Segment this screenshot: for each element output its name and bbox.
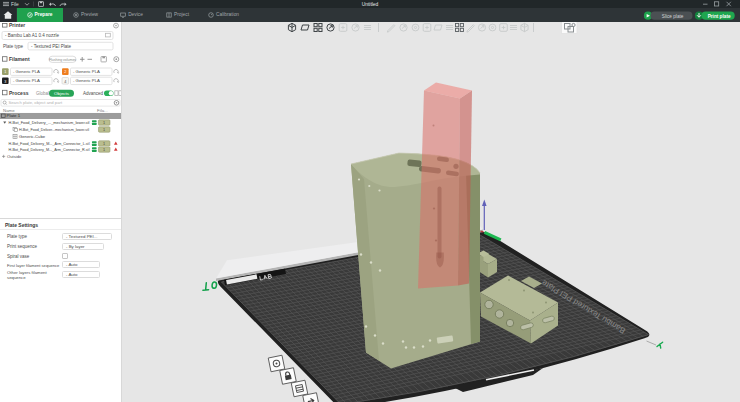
svg-text:3: 3 <box>4 79 6 83</box>
svg-text:- Bambu Lab A1 0.4 nozzle: - Bambu Lab A1 0.4 nozzle <box>5 33 60 38</box>
svg-text:1: 1 <box>103 148 105 152</box>
svg-text:Objects: Objects <box>54 90 70 95</box>
svg-text:H-Bot_Food_Delivery_M..._Arm_C: H-Bot_Food_Delivery_M..._Arm_Connector_R… <box>9 148 90 153</box>
svg-text:1: 1 <box>103 142 105 146</box>
svg-text:Printer: Printer <box>9 22 25 28</box>
svg-text:1: 1 <box>103 121 105 125</box>
svg-text:1: 1 <box>103 128 105 132</box>
svg-text:- Generic PLA: - Generic PLA <box>13 78 40 83</box>
svg-text:Filament: Filament <box>9 55 30 61</box>
svg-text:Untitled: Untitled <box>362 2 379 7</box>
svg-text:Plate 1: Plate 1 <box>7 113 21 118</box>
svg-text:H-Bot_Food_Delivery_M..._Arm_C: H-Bot_Food_Delivery_M..._Arm_Connector_L… <box>9 141 90 146</box>
svg-text:2: 2 <box>64 70 66 74</box>
svg-text:4: 4 <box>64 79 66 83</box>
svg-text:Slice plate: Slice plate <box>662 13 684 18</box>
svg-text:H-Bot_Food_Deliver...mechanism: H-Bot_Food_Deliver...mechanism_lower.stl <box>19 127 89 132</box>
svg-text:- Generic PLA: - Generic PLA <box>73 78 100 83</box>
svg-text:Search plate, object and part: Search plate, object and part <box>9 100 63 105</box>
svg-text:H-Bot_Food_Delivery_..._mechan: H-Bot_Food_Delivery_..._mechanism_lower.… <box>9 120 90 125</box>
svg-text:File: File <box>11 2 19 7</box>
svg-text:1: 1 <box>4 70 6 74</box>
svg-text:Name: Name <box>3 107 15 112</box>
svg-text:Process: Process <box>9 89 29 95</box>
svg-text:Advanced: Advanced <box>83 90 104 95</box>
svg-text:Fila...: Fila... <box>97 107 108 112</box>
svg-text:Global: Global <box>36 90 49 95</box>
svg-text:Plate type: Plate type <box>3 44 24 49</box>
svg-text:- Generic PLA: - Generic PLA <box>13 69 40 74</box>
svg-text:Generic-Cube: Generic-Cube <box>19 134 46 139</box>
svg-text:- Generic PLA: - Generic PLA <box>73 69 100 74</box>
svg-text:Flushing volumes: Flushing volumes <box>49 57 76 61</box>
svg-text:- Textured PEI Plate: - Textured PEI Plate <box>31 43 71 48</box>
svg-text:Print plate: Print plate <box>708 13 731 18</box>
svg-text:Outside: Outside <box>7 154 22 159</box>
